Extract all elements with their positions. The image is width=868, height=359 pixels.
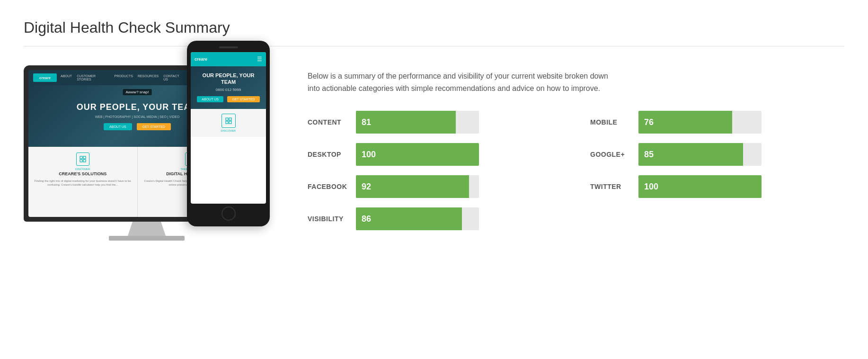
phone-mockup: creare ☰ OUR PEOPLE, YOUR TEAM 0800 012 …: [187, 41, 270, 226]
nav-logo: creare: [33, 73, 57, 82]
metric-bar-mobile: 76: [638, 111, 732, 134]
metric-bar-visibility: 86: [356, 207, 462, 230]
phone-hamburger-icon: ☰: [257, 56, 262, 63]
phone-hero-title: OUR PEOPLE, YOUR TEAM: [195, 72, 261, 86]
metric-row-googleplus: GOOGLE+ 85: [590, 143, 844, 166]
desktop-btn-about: ABOUT US: [104, 123, 132, 130]
phone-speaker: [219, 46, 238, 48]
svg-rect-0: [80, 156, 82, 159]
phone-hero-phone: 0800 012 5999: [195, 88, 261, 92]
phone-bottom: DISCOVER: [191, 109, 266, 137]
svg-rect-3: [83, 160, 86, 162]
metric-label-desktop: DESKTOP: [308, 151, 350, 158]
nav-link-about: ABOUT: [61, 74, 72, 81]
svg-rect-4: [226, 118, 228, 120]
screenshot-area: creare ABOUT CUSTOMER STORIES PRODUCTS R…: [24, 65, 270, 241]
phone-discover-pre: DISCOVER: [195, 129, 261, 132]
metric-row-twitter: TWITTER 100: [590, 175, 844, 198]
metrics-left-col: CONTENT 81 DESKTOP 100: [308, 111, 562, 230]
phone-hero: OUR PEOPLE, YOUR TEAM 0800 012 5999 ABOU…: [191, 66, 266, 109]
solutions-icon: [76, 153, 89, 166]
metric-bar-container-mobile: 76: [638, 111, 762, 134]
desktop-hero-title: OUR PEOPLE, YOUR TEAM: [77, 102, 198, 113]
solutions-pre: DISCOVER: [34, 168, 132, 171]
phone-home-button: [221, 206, 236, 221]
desktop-btn-started: GET STARTED: [137, 123, 171, 130]
metric-bar-facebook: 92: [356, 175, 469, 198]
metric-row-content: CONTENT 81: [308, 111, 562, 134]
metrics-grid: CONTENT 81 DESKTOP 100: [308, 111, 844, 230]
metric-row-visibility: VISIBILITY 86: [308, 207, 562, 230]
metric-bar-container-visibility: 86: [356, 207, 479, 230]
metrics-right-col: MOBILE 76 GOOGLE+ 85: [590, 111, 844, 230]
nav-links: ABOUT CUSTOMER STORIES PRODUCTS RESOURCE…: [61, 74, 184, 81]
desktop-stand: [123, 222, 170, 236]
description-text: Below is a summary of the performance an…: [308, 70, 615, 94]
awww-snap-badge: Awww? snap!: [123, 89, 152, 95]
metric-value-facebook: 92: [362, 182, 371, 192]
phone-discover-icon: [221, 114, 236, 128]
nav-link-stories: CUSTOMER STORIES: [77, 74, 109, 81]
main-content: creare ABOUT CUSTOMER STORIES PRODUCTS R…: [24, 65, 844, 241]
metric-bar-twitter: 100: [638, 175, 762, 198]
metric-bar-content: 81: [356, 111, 456, 134]
nav-link-contact: CONTACT US: [163, 74, 184, 81]
metric-bar-container-facebook: 92: [356, 175, 479, 198]
svg-rect-5: [229, 118, 231, 120]
nav-link-products: PRODUCTS: [115, 74, 133, 81]
desktop-hero-subtitle: WEB | PHOTOGRAPHY | SOCIAL MEDIA | SEO |…: [95, 115, 180, 118]
metric-bar-container-content: 81: [356, 111, 479, 134]
metric-row-desktop: DESKTOP 100: [308, 143, 562, 166]
page-title: Digital Health Check Summary: [24, 19, 844, 36]
metric-bar-googleplus: 85: [638, 143, 743, 166]
phone-nav: creare ☰: [191, 52, 266, 66]
phone-btn-started: GET STARTED: [227, 96, 259, 102]
metric-label-visibility: VISIBILITY: [308, 215, 350, 223]
desktop-solutions: DISCOVER CREARE'S SOLUTIONS Finding the …: [28, 147, 138, 217]
solutions-heading: CREARE'S SOLUTIONS: [34, 171, 132, 177]
section-divider: [24, 46, 844, 46]
metric-bar-container-googleplus: 85: [638, 143, 762, 166]
metric-value-twitter: 100: [644, 182, 658, 192]
metric-bar-container-desktop: 100: [356, 143, 479, 166]
svg-rect-1: [83, 156, 86, 159]
metric-bar-desktop: 100: [356, 143, 479, 166]
metric-label-googleplus: GOOGLE+: [590, 151, 633, 158]
metric-label-facebook: FACEBOOK: [308, 183, 350, 190]
metric-value-mobile: 76: [644, 117, 654, 127]
metric-label-twitter: TWITTER: [590, 183, 633, 190]
svg-rect-2: [80, 160, 82, 162]
right-panel: Below is a summary of the performance an…: [308, 65, 844, 230]
metric-row-facebook: FACEBOOK 92: [308, 175, 562, 198]
metric-value-googleplus: 85: [644, 150, 654, 160]
metric-label-content: CONTENT: [308, 118, 350, 126]
metric-value-desktop: 100: [362, 150, 376, 160]
svg-rect-7: [229, 121, 231, 124]
metric-bar-container-twitter: 100: [638, 175, 762, 198]
desktop-hero-buttons: ABOUT US GET STARTED: [104, 123, 171, 130]
svg-rect-6: [226, 121, 228, 124]
phone-screen: creare ☰ OUR PEOPLE, YOUR TEAM 0800 012 …: [191, 52, 266, 204]
desktop-base: [109, 236, 185, 241]
metric-label-mobile: MOBILE: [590, 118, 633, 126]
metric-row-mobile: MOBILE 76: [590, 111, 844, 134]
metric-value-visibility: 86: [362, 214, 371, 224]
nav-link-resources: RESOURCES: [138, 74, 159, 81]
phone-logo: creare: [195, 57, 207, 62]
phone-icon-section: DISCOVER: [195, 114, 261, 132]
solutions-text: Finding the right mix of digital marketi…: [34, 179, 132, 187]
phone-btn-about: ABOUT US: [197, 96, 223, 102]
metric-value-content: 81: [362, 117, 371, 127]
